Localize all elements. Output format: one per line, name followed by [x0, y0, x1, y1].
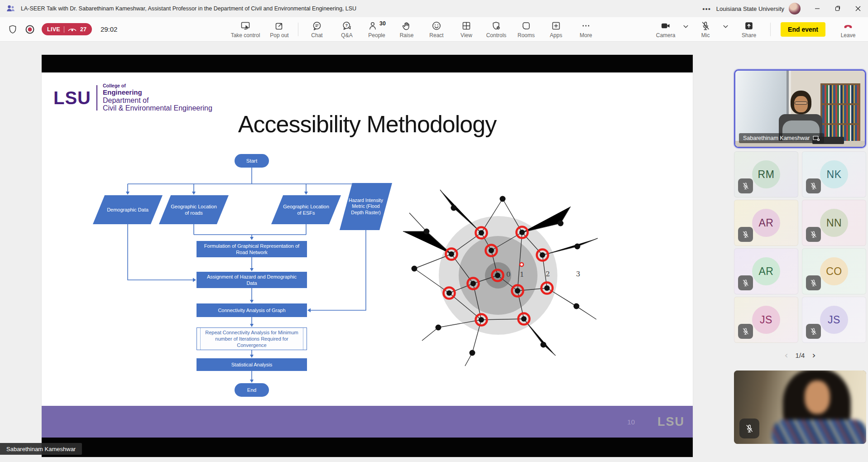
- avatar: CO: [820, 257, 848, 285]
- rooms-icon: [521, 20, 532, 31]
- mic-off-badge: [738, 324, 753, 339]
- mic-button[interactable]: Mic: [691, 18, 720, 41]
- lsu-footer-logo: LSU: [657, 415, 685, 429]
- more-button[interactable]: More: [571, 18, 601, 41]
- end-event-button[interactable]: End event: [781, 22, 825, 37]
- letterbox-bottom: [42, 438, 693, 457]
- participant-tile-js2[interactable]: JS: [802, 297, 866, 343]
- react-button[interactable]: React: [422, 18, 451, 41]
- pager-next-chevron[interactable]: ›: [812, 351, 815, 360]
- flowchart-input-esfs: Geographic Location of ESFs: [271, 195, 341, 224]
- highlighted-point-marker: [520, 263, 523, 266]
- mic-off-badge: [806, 275, 821, 290]
- flowchart-step-formulation: Formulation of Graphical Representation …: [197, 241, 307, 257]
- mic-off-badge: [806, 324, 821, 339]
- smiley-icon: [431, 20, 442, 31]
- speaker-video-tile[interactable]: Sabarethinam Kameshwar: [734, 69, 866, 148]
- slide-footer-bar: 10 LSU: [42, 406, 693, 438]
- maximize-button[interactable]: [827, 0, 848, 17]
- raise-hand-button[interactable]: Raise: [392, 18, 422, 41]
- rooms-button[interactable]: Rooms: [511, 18, 541, 41]
- apps-button[interactable]: Apps: [541, 18, 571, 41]
- flowchart-input-demographic: Demographic Data: [93, 195, 163, 224]
- presentation-slide: LSU College of Engineering Department of…: [42, 72, 693, 406]
- shield-gear-icon: [491, 20, 502, 31]
- divider: [64, 26, 64, 33]
- speaker-name: Sabarethinam Kameshwar: [743, 135, 810, 141]
- avatar: NK: [820, 160, 848, 188]
- phone-down-icon: [842, 20, 854, 31]
- share-button[interactable]: Share: [734, 18, 764, 41]
- logo-text: College of: [103, 83, 212, 89]
- slide-page-number: 10: [627, 418, 635, 426]
- participant-tile-rm[interactable]: RM: [734, 151, 798, 197]
- flowchart-step-connectivity: Connectivity Analysis of Graph: [197, 303, 307, 317]
- viewers-eye-icon: [68, 27, 77, 32]
- more-dots-icon: [580, 20, 591, 31]
- avatar: AR: [752, 209, 780, 237]
- divider: [298, 23, 298, 36]
- logo-text: Civil & Environmental Engineering: [103, 104, 212, 112]
- raised-hand-icon: [401, 20, 412, 31]
- speaker-name-plate: Sabarethinam Kameshwar: [739, 133, 824, 143]
- meeting-stage-area: LSU College of Engineering Department of…: [0, 42, 868, 462]
- pop-out-icon: [274, 20, 285, 31]
- qa-button[interactable]: ? Q&A: [332, 18, 362, 41]
- letterbox-top: [42, 55, 693, 72]
- camera-options-chevron[interactable]: [681, 18, 691, 41]
- slide-title: Accessibility Methodology: [42, 111, 693, 138]
- account-avatar[interactable]: [789, 3, 801, 14]
- avatar: NN: [820, 209, 848, 237]
- take-control-button[interactable]: Take control: [226, 18, 264, 41]
- logo-text: Department of: [103, 96, 212, 105]
- participants-pager: ‹ 1/4 ›: [734, 351, 866, 360]
- recording-indicator-icon: [24, 24, 36, 35]
- participant-tile-nk[interactable]: NK: [802, 151, 866, 197]
- live-badge: LIVE 27: [42, 23, 92, 35]
- people-count-badge: 30: [379, 20, 386, 27]
- attendee-video-tile[interactable]: [734, 371, 866, 444]
- flowchart-input-roads: Geographic Location of roads: [159, 195, 229, 224]
- close-button[interactable]: [848, 0, 868, 17]
- people-button[interactable]: 30 People: [362, 18, 392, 41]
- logo-text: Engineering: [103, 89, 212, 96]
- ring-label-3: 3: [576, 270, 580, 278]
- titlebar-more-menu[interactable]: •••: [699, 2, 715, 15]
- ring-label-0: 0: [506, 270, 511, 279]
- teams-app-icon: [5, 4, 15, 14]
- video-person-glasses: [795, 101, 807, 105]
- participant-tile-co[interactable]: CO: [802, 248, 866, 294]
- pop-out-button[interactable]: Pop out: [264, 18, 294, 41]
- mic-options-chevron[interactable]: [720, 18, 730, 41]
- spotlight-icon: [813, 135, 820, 141]
- leave-button[interactable]: Leave: [835, 18, 861, 41]
- participant-tile-js1[interactable]: JS: [734, 297, 798, 343]
- controls-button[interactable]: Controls: [481, 18, 511, 41]
- divider: [770, 23, 771, 36]
- camera-button[interactable]: Camera: [651, 18, 681, 41]
- chat-icon: [312, 20, 322, 31]
- window-titlebar: LA-SEER Talk with Dr. Sabarethinam Kames…: [0, 0, 868, 17]
- mic-off-badge: [738, 275, 753, 290]
- svg-text:?: ?: [345, 23, 348, 28]
- share-screen-icon: [743, 20, 754, 31]
- participant-tile-ar2[interactable]: AR: [734, 248, 798, 294]
- meeting-toolbar: LIVE 27 29:02 Take control Pop out Chat …: [0, 17, 868, 42]
- participant-tile-nn[interactable]: NN: [802, 200, 866, 246]
- avatar: RM: [752, 160, 780, 188]
- pager-prev-chevron[interactable]: ‹: [785, 351, 788, 360]
- presenter-nametag: Sabarethinam Kameshwar: [0, 443, 82, 455]
- grid-view-icon: [461, 20, 472, 31]
- screen-cursor-icon: [240, 20, 251, 31]
- shared-screen-stage: LSU College of Engineering Department of…: [42, 55, 693, 457]
- chevron-down-icon: [723, 25, 728, 29]
- flowchart-end: End: [235, 383, 269, 397]
- ring-label-1: 1: [520, 270, 524, 279]
- chat-button[interactable]: Chat: [302, 18, 332, 41]
- participant-tile-ar1[interactable]: AR: [734, 200, 798, 246]
- pager-label: 1/4: [796, 351, 805, 359]
- minimize-button[interactable]: [807, 0, 827, 17]
- divider: [96, 85, 97, 111]
- view-button[interactable]: View: [451, 18, 481, 41]
- mic-off-badge: [739, 419, 759, 438]
